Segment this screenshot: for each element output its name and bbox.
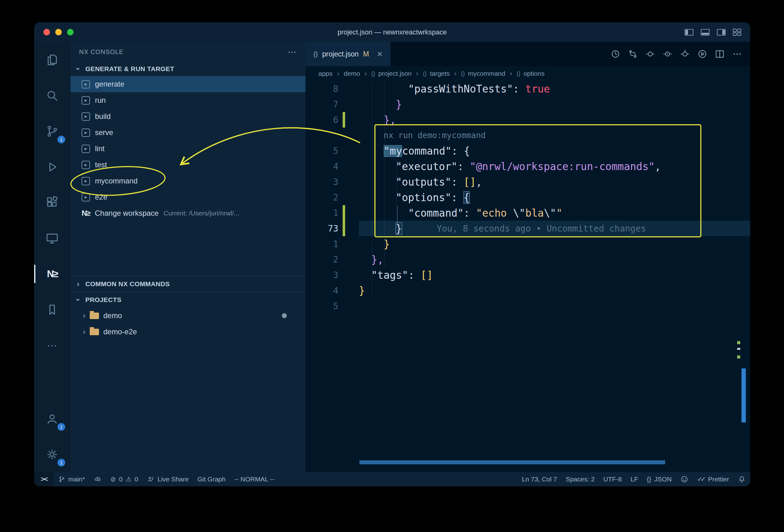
line-number: 2: [305, 190, 343, 205]
tab-label: project.json: [322, 50, 359, 58]
zoom-window-button[interactable]: [67, 29, 74, 35]
cursor-position[interactable]: Ln 73, Col 7: [517, 472, 561, 486]
gutter-modified: [343, 221, 345, 236]
editor-actions: [611, 42, 750, 66]
bracket-pair-guide: [397, 206, 398, 226]
tab-bar: {} project.json M ×: [305, 42, 750, 66]
project-status-dot: [282, 313, 287, 318]
section-header-generate[interactable]: › GENERATE & RUN TARGET: [71, 62, 305, 76]
target-run-icon: ▸: [82, 177, 90, 185]
eol-setting[interactable]: LF: [626, 472, 643, 486]
bookmarks-icon[interactable]: [34, 292, 70, 328]
breadcrumb-separator: ›: [364, 69, 367, 78]
gutter: [343, 283, 345, 298]
horizontal-scrollbar[interactable]: [359, 460, 665, 464]
live-share-button[interactable]: Live Share: [143, 472, 193, 486]
breadcrumb-targets[interactable]: targets: [430, 70, 450, 77]
panel-more-actions-icon[interactable]: ⋯: [288, 47, 297, 57]
open-previous-change-icon[interactable]: [663, 49, 673, 59]
indentation-setting[interactable]: Spaces: 2: [561, 472, 599, 486]
status-right: Ln 73, Col 7 Spaces: 2 UTF-8 LF {}JSON ✓…: [517, 472, 750, 486]
window-title: project.json — newnxreactwrkspace: [34, 28, 750, 36]
target-item-mycommand[interactable]: ▸ mycommand: [71, 173, 305, 189]
activity-bottom: 1 1: [34, 401, 70, 472]
chevron-right-icon: ›: [83, 311, 85, 320]
language-mode[interactable]: {}JSON: [642, 472, 676, 486]
git-compare-icon[interactable]: [628, 49, 638, 59]
line-number: 8: [305, 81, 343, 96]
run-target-icon[interactable]: [697, 49, 707, 59]
timeline-history-icon[interactable]: [611, 49, 620, 59]
section-header-common-commands[interactable]: › COMMON NX COMMANDS: [71, 276, 305, 292]
nx-console-icon[interactable]: N≥: [34, 256, 70, 292]
vscode-window: project.json — newnxreactwrkspace 1: [34, 22, 750, 486]
git-graph-button[interactable]: Git Graph: [193, 472, 230, 486]
git-branch-indicator[interactable]: main*: [54, 472, 89, 486]
line-number: 4: [305, 159, 343, 174]
feedback-smiley-icon[interactable]: [676, 472, 693, 486]
breadcrumb-demo[interactable]: demo: [344, 70, 360, 77]
more-actions-icon[interactable]: [732, 49, 742, 59]
breadcrumb-options[interactable]: options: [524, 70, 545, 77]
customize-layout-icon[interactable]: [733, 29, 741, 36]
remote-indicator[interactable]: ><: [34, 472, 54, 486]
gutter-modified: [343, 205, 345, 221]
activity-top: 1 N≥ ⋯: [34, 42, 70, 363]
close-window-button[interactable]: [44, 29, 50, 35]
source-control-icon[interactable]: 1: [34, 113, 70, 149]
toggle-sidebar-left-icon[interactable]: [684, 29, 694, 36]
target-item-lint[interactable]: ▸ lint: [71, 141, 305, 157]
target-item-run[interactable]: ▸ run: [71, 92, 305, 108]
extensions-icon[interactable]: [34, 185, 70, 220]
gutter-modified: [343, 112, 345, 128]
more-views-icon[interactable]: ⋯: [34, 328, 70, 363]
toggle-panel-icon[interactable]: [701, 29, 710, 36]
vim-mode-indicator[interactable]: -- NORMAL --: [230, 472, 279, 486]
search-icon[interactable]: [34, 78, 70, 113]
target-item-generate[interactable]: ▸ generate: [71, 76, 305, 92]
target-item-serve[interactable]: ▸ serve: [71, 124, 305, 141]
code-editor[interactable]: 8 "passWithNoTests": true 7 } 6 }, nx ru…: [305, 81, 750, 472]
encoding-setting[interactable]: UTF-8: [599, 472, 626, 486]
target-item-build[interactable]: ▸ build: [71, 108, 305, 124]
settings-gear-icon[interactable]: 1: [34, 437, 70, 472]
tab-project-json[interactable]: {} project.json M ×: [305, 42, 390, 66]
problems-indicator[interactable]: ⊘0⚠0: [106, 472, 143, 486]
word-highlight: "my: [384, 145, 402, 157]
git-blame-annotation: You, 8 seconds ago • Uncommitted changes: [437, 223, 646, 234]
toggle-sidebar-right-icon[interactable]: [717, 29, 726, 36]
split-editor-icon[interactable]: [715, 49, 725, 59]
matched-bracket: {: [464, 192, 470, 204]
project-item-demo-e2e[interactable]: › demo-e2e: [71, 324, 305, 340]
prettier-status[interactable]: ✓✓Prettier: [693, 472, 733, 486]
minimize-window-button[interactable]: [55, 29, 62, 35]
target-item-e2e[interactable]: ▸ e2e: [71, 189, 305, 205]
project-item-demo[interactable]: › demo: [71, 308, 305, 324]
run-debug-icon[interactable]: [34, 149, 70, 185]
breadcrumb-project-json[interactable]: project.json: [379, 70, 412, 77]
line-number: 6: [305, 112, 343, 128]
chevron-right-icon: ›: [83, 328, 85, 336]
open-next-change-icon[interactable]: [680, 49, 690, 59]
json-symbol-icon: {}: [461, 70, 465, 77]
publish-sync-icon[interactable]: [89, 472, 106, 486]
close-tab-icon[interactable]: ×: [377, 49, 383, 59]
json-symbol-icon: {}: [516, 70, 521, 77]
explorer-icon[interactable]: [34, 42, 70, 78]
section-header-projects[interactable]: › PROJECTS: [71, 292, 305, 308]
notifications-bell-icon[interactable]: [733, 472, 750, 486]
vertical-scrollbar[interactable]: [741, 368, 746, 422]
section-generate-run-target: › GENERATE & RUN TARGET ▸ generate ▸ run…: [71, 62, 305, 221]
folder-icon: [90, 329, 99, 335]
breadcrumb-mycommand[interactable]: mycommand: [468, 70, 505, 77]
change-workspace-item[interactable]: N≥ Change workspace Current: /Users/juri…: [71, 205, 305, 221]
open-changes-icon[interactable]: [645, 49, 655, 59]
code-lens-run-command[interactable]: nx run demo:mycommand: [384, 131, 486, 140]
code-line[interactable]: 5: [305, 298, 750, 314]
breadcrumb-apps[interactable]: apps: [318, 70, 333, 77]
target-item-test[interactable]: ▸ test: [71, 157, 305, 173]
accounts-icon[interactable]: 1: [34, 401, 70, 437]
remote-explorer-icon[interactable]: [34, 220, 70, 256]
target-run-icon: ▸: [82, 80, 90, 88]
activity-bar: 1 N≥ ⋯ 1 1: [34, 42, 71, 472]
